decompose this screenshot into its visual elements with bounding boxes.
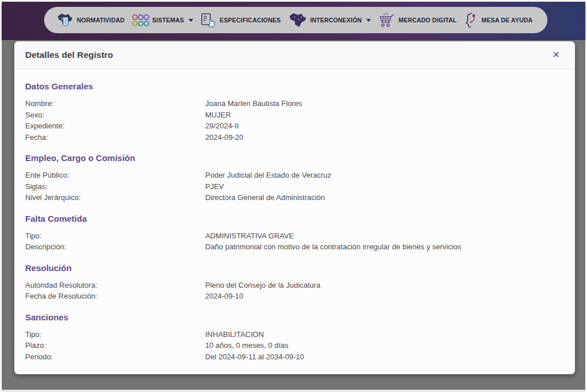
row-value: 29/2024-II — [205, 120, 562, 132]
row-value: Del 2024-09-11 al 2034-09-10 — [205, 351, 562, 363]
chevron-down-icon — [189, 19, 193, 22]
nav-item-mercado-digital[interactable]: MERCADO DIGITAL — [378, 11, 456, 29]
section-title-sanciones: Sanciones — [25, 312, 562, 323]
row-label: Tipo: — [25, 230, 205, 242]
row-label: Ente Público: — [25, 170, 205, 181]
detail-row: Sexo: MUJER — [25, 109, 562, 121]
section-title-falta-cometida: Falta Cometida — [25, 213, 562, 224]
row-value: Pleno del Consejo de la Judicatura — [205, 280, 562, 291]
detail-row: Autoridad Resolutora: Pleno del Consejo … — [25, 280, 562, 291]
section-title-empleo: Empleo, Cargo o Comisión — [25, 152, 562, 163]
row-label: Periodo: — [25, 351, 205, 363]
row-label: Expediente: — [25, 120, 205, 132]
modal-body: Datos Generales Nombre: Joana Marlen Bau… — [14, 81, 575, 362]
detail-row: Tipo: INHABILITACION — [25, 329, 562, 340]
circles-grid-icon — [132, 13, 150, 28]
mexico-map-icon — [288, 12, 307, 28]
nav-label: NORMATIVIDAD — [77, 17, 124, 23]
shopping-cart-icon — [378, 11, 396, 29]
page: NORMATIVIDAD SISTEMAS — [0, 0, 587, 392]
row-value: PJEV — [205, 181, 562, 193]
nav-label: MESA DE AYUDA — [482, 17, 533, 23]
nav-item-mesa-de-ayuda[interactable]: MESA DE AYUDA — [464, 11, 533, 29]
detail-row: Plazo: 10 años, 0 meses, 0 días — [25, 340, 562, 351]
nav-pill: NORMATIVIDAD SISTEMAS — [44, 7, 547, 33]
page-bottom-strip — [2, 390, 585, 392]
modal-title: Detalles del Registro — [25, 50, 113, 60]
detail-row: Periodo: Del 2024-09-11 al 2034-09-10 — [25, 351, 562, 363]
nav-label: ESPECIFICACIONES — [220, 17, 280, 23]
detail-row: Ente Público: Poder Judicial del Estado … — [25, 170, 562, 181]
row-value: ADMINISTRATIVA GRAVE — [205, 230, 562, 242]
detail-row: Nombre: Joana Marlen Bautista Flores — [25, 98, 562, 109]
close-icon[interactable]: ✕ — [550, 49, 562, 61]
row-value: INHABILITACION — [205, 329, 562, 340]
row-label: Sexo: — [25, 109, 205, 121]
row-label: Autoridad Resolutora: — [25, 280, 205, 291]
nav-label: MERCADO DIGITAL — [398, 17, 456, 23]
nav-item-normatividad[interactable]: NORMATIVIDAD — [56, 11, 124, 29]
top-navbar: NORMATIVIDAD SISTEMAS — [2, 2, 585, 40]
detail-row: Siglas: PJEV — [25, 181, 562, 193]
row-label: Fecha: — [25, 132, 205, 143]
detail-row: Fecha de Resolución: 2024-09-10 — [25, 291, 562, 302]
detail-row: Fecha: 2024-09-20 — [25, 132, 562, 143]
nav-label: SISTEMAS — [152, 17, 184, 23]
row-label: Plazo: — [25, 340, 205, 351]
row-value: Daño patrimonial con motivo de la contra… — [205, 241, 562, 253]
document-hand-icon — [200, 12, 217, 29]
record-details-modal: Detalles del Registro ✕ Datos Generales … — [14, 41, 575, 374]
row-value: Poder Judicial del Estado de Veracruz — [205, 170, 562, 181]
section-title-resolucion: Resolución — [25, 262, 562, 273]
row-label: Tipo: — [25, 329, 205, 340]
detail-row: Tipo: ADMINISTRATIVA GRAVE — [25, 230, 562, 242]
row-label: Siglas: — [25, 181, 205, 193]
row-label: Fecha de Resolución: — [25, 291, 205, 302]
row-value: Joana Marlen Bautista Flores — [205, 98, 562, 109]
row-label: Nivel Jerárquico: — [25, 192, 205, 203]
mexico-scroll-icon — [56, 11, 74, 29]
row-value: 2024-09-10 — [205, 291, 562, 302]
chevron-down-icon — [366, 19, 371, 22]
detail-row: Expediente: 29/2024-II — [25, 120, 562, 132]
row-label: Descripción: — [25, 241, 205, 253]
row-value: 10 años, 0 meses, 0 días — [205, 340, 562, 351]
row-label: Nombre: — [25, 98, 205, 109]
nav-item-interconexion[interactable]: INTERCONEXIÓN — [288, 12, 371, 28]
row-value: MUJER — [205, 109, 562, 121]
nav-item-especificaciones[interactable]: ESPECIFICACIONES — [200, 12, 280, 29]
row-value: Directora General de Administración — [205, 192, 562, 203]
headset-person-icon — [464, 11, 479, 29]
section-title-datos-generales: Datos Generales — [25, 81, 562, 92]
detail-row: Descripción: Daño patrimonial con motivo… — [25, 241, 562, 253]
detail-row: Nivel Jerárquico: Directora General de A… — [25, 192, 562, 203]
modal-header: Detalles del Registro ✕ — [14, 41, 575, 69]
row-value: 2024-09-20 — [205, 132, 562, 143]
nav-label: INTERCONEXIÓN — [310, 17, 362, 23]
nav-item-sistemas[interactable]: SISTEMAS — [132, 13, 193, 28]
